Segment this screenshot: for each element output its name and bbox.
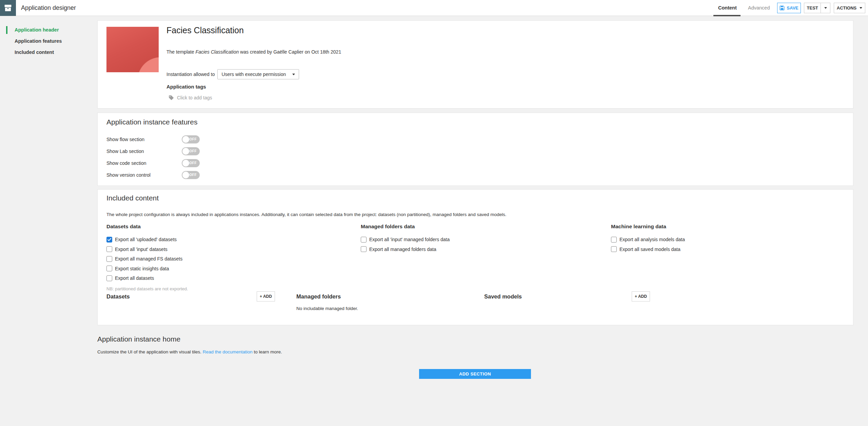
add-saved-model-button[interactable]: + ADD [632, 291, 650, 302]
included-content-bottom-row: Datasets + ADD Managed folders No includ… [106, 291, 674, 311]
tags-placeholder: Click to add tags [177, 95, 212, 100]
partitioned-datasets-note: NB: partitioned datasets are not exporte… [106, 286, 361, 291]
template-created-line: The template Facies Classification was c… [166, 49, 341, 55]
checkbox-label: Export all 'input' datasets [115, 247, 167, 252]
checkbox-export-input-datasets[interactable]: Export all 'input' datasets [106, 245, 361, 254]
checkbox-export-all-datasets[interactable]: Export all datasets [106, 273, 361, 283]
checkbox-label: Export static insights data [115, 266, 169, 271]
machine-learning-data-column: Machine learning data Export all analysi… [611, 224, 842, 291]
add-tags-field[interactable]: Click to add tags [169, 95, 212, 100]
active-tab-underline [713, 15, 741, 16]
home-desc-prefix: Customize the UI of the application with… [97, 349, 203, 354]
test-button-label: TEST [804, 5, 821, 11]
read-the-documentation-link[interactable]: Read the documentation [203, 349, 253, 354]
checkbox-label: Export all analysis models data [619, 237, 685, 242]
checkbox-unchecked [106, 256, 112, 262]
application-box-icon [0, 0, 16, 16]
included-content-description: The whole project configuration is alway… [106, 212, 506, 217]
save-button[interactable]: SAVE [777, 3, 801, 13]
checkbox-export-static-insights[interactable]: Export static insights data [106, 264, 361, 274]
managed-folders-data-heading: Managed folders data [361, 224, 611, 230]
feature-toggles: Show flow section OFF Show Lab section O… [106, 133, 200, 181]
toggle-state: OFF [190, 135, 197, 143]
chevron-down-icon [860, 7, 862, 9]
checkbox-unchecked [106, 246, 112, 252]
instantiation-label: Instantiation allowed to [166, 72, 215, 77]
machine-learning-data-heading: Machine learning data [611, 224, 842, 230]
application-instance-home-description: Customize the UI of the application with… [97, 349, 282, 354]
sidebar-item-application-features[interactable]: Application features [0, 36, 97, 47]
checkbox-export-managed-fs-datasets[interactable]: Export all managed FS datasets [106, 254, 361, 264]
toggle-row-show-version-control: Show version control OFF [106, 169, 200, 181]
save-floppy-icon [780, 5, 785, 11]
application-instance-features-card: Application instance features Show flow … [97, 113, 853, 186]
datasets-heading: Datasets [106, 291, 130, 302]
checkbox-checked [106, 237, 112, 243]
checkbox-export-input-managed-folders[interactable]: Export all 'input' managed folders data [361, 235, 611, 245]
checkbox-label: Export all managed folders data [369, 247, 436, 252]
tag-icon [169, 95, 174, 100]
show-flow-section-toggle[interactable]: OFF [182, 135, 200, 143]
toggle-label: Show Lab section [106, 149, 182, 154]
datasets-section: Datasets + ADD [106, 291, 296, 302]
checkbox-unchecked [361, 246, 367, 252]
checkbox-export-uploaded-datasets[interactable]: Export all 'uploaded' datasets [106, 235, 361, 245]
template-line-suffix: was created by Gaëlle Caplier on Oct 18t… [239, 49, 341, 55]
managed-folders-empty-message: No includable managed folder. [296, 306, 484, 311]
add-dataset-button[interactable]: + ADD [257, 291, 275, 302]
test-dropdown-toggle[interactable] [821, 3, 830, 13]
managed-folders-heading: Managed folders [296, 291, 484, 302]
application-tags-heading: Application tags [166, 84, 206, 90]
included-content-heading: Included content [106, 194, 159, 202]
tab-content[interactable]: Content [718, 0, 737, 16]
toggle-state: OFF [190, 171, 197, 179]
actions-button[interactable]: ACTIONS [834, 3, 865, 13]
actions-button-label: ACTIONS [837, 5, 857, 11]
sidebar: Application header Application features … [0, 16, 97, 426]
saved-models-heading: Saved models [484, 291, 522, 302]
application-thumbnail[interactable] [106, 27, 159, 72]
checkbox-unchecked [611, 246, 617, 252]
saved-models-section: Saved models + ADD [484, 291, 674, 302]
checkbox-unchecked [106, 266, 112, 271]
checkbox-label: Export all managed FS datasets [115, 256, 182, 262]
show-code-section-toggle[interactable]: OFF [182, 159, 200, 167]
toggle-label: Show flow section [106, 137, 182, 142]
template-name: Facies Classification [196, 49, 239, 55]
instantiation-select[interactable]: Users with execute permission [217, 69, 299, 79]
instantiation-row: Instantiation allowed to Users with exec… [166, 69, 299, 79]
datasets-data-column: Datasets data Export all 'uploaded' data… [106, 224, 361, 291]
toggle-knob [182, 172, 189, 178]
toggle-knob [182, 148, 189, 155]
checkbox-label: Export all saved models data [619, 247, 680, 252]
tab-advanced[interactable]: Advanced [748, 0, 770, 16]
managed-folders-data-column: Managed folders data Export all 'input' … [361, 224, 611, 291]
checkbox-label: Export all 'input' managed folders data [369, 237, 450, 242]
top-bar: Application designer Content Advanced SA… [0, 0, 868, 16]
sidebar-item-application-header[interactable]: Application header [0, 24, 97, 36]
toggle-label: Show version control [106, 172, 182, 178]
checkbox-unchecked [361, 237, 367, 243]
template-line-prefix: The template [166, 49, 196, 55]
show-version-control-toggle[interactable]: OFF [182, 171, 200, 179]
toggle-row-show-lab-section: Show Lab section OFF [106, 145, 200, 157]
instantiation-select-value: Users with execute permission [221, 72, 286, 77]
application-title: Facies Classification [166, 25, 244, 35]
checkbox-export-all-managed-folders[interactable]: Export all managed folders data [361, 245, 611, 254]
test-button[interactable]: TEST [804, 3, 830, 13]
toggle-knob [182, 136, 189, 143]
show-lab-section-toggle[interactable]: OFF [182, 147, 200, 155]
sidebar-item-included-content[interactable]: Included content [0, 47, 97, 58]
chevron-down-icon [292, 74, 295, 75]
application-instance-home-heading: Application instance home [97, 335, 180, 343]
chevron-down-icon [824, 7, 827, 9]
application-designer-page: Application designer Content Advanced SA… [0, 0, 868, 426]
included-content-columns: Datasets data Export all 'uploaded' data… [106, 224, 842, 291]
checkbox-label: Export all 'uploaded' datasets [115, 237, 177, 242]
checkbox-label: Export all datasets [115, 275, 154, 281]
datasets-data-heading: Datasets data [106, 224, 361, 230]
add-section-button[interactable]: ADD SECTION [419, 369, 531, 379]
toggle-knob [182, 160, 189, 167]
checkbox-export-saved-models[interactable]: Export all saved models data [611, 245, 842, 254]
checkbox-export-analysis-models[interactable]: Export all analysis models data [611, 235, 842, 245]
